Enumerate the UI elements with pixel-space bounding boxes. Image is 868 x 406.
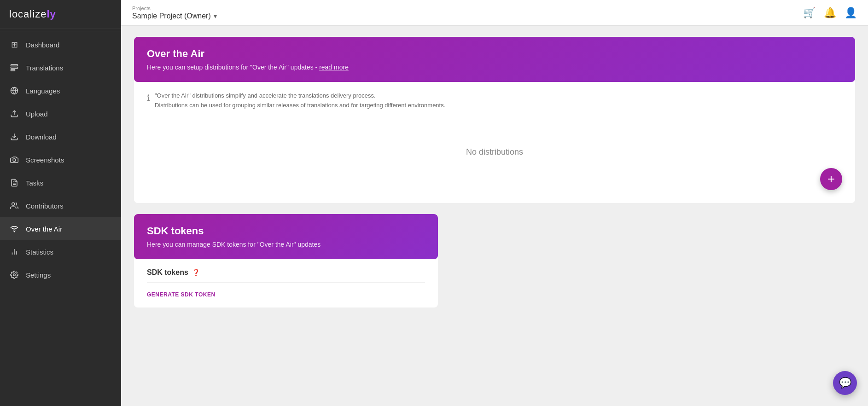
- svg-point-10: [14, 231, 15, 232]
- settings-icon: [9, 270, 19, 280]
- sidebar-item-languages[interactable]: Languages: [0, 79, 121, 102]
- project-selector[interactable]: Sample Project (Owner) ▾: [132, 12, 217, 20]
- svg-rect-2: [11, 70, 15, 71]
- info-box: ℹ "Over the Air" distributions simplify …: [147, 91, 842, 110]
- statistics-icon: [9, 247, 19, 257]
- upload-icon: [9, 109, 19, 119]
- tasks-icon: [9, 178, 19, 188]
- sidebar-logo: localizely: [0, 0, 121, 29]
- contributors-icon: [9, 201, 19, 211]
- sdk-banner: SDK tokens Here you can manage SDK token…: [134, 214, 438, 259]
- download-icon: [9, 132, 19, 142]
- sidebar-item-upload[interactable]: Upload: [0, 102, 121, 125]
- plus-icon: +: [827, 172, 835, 186]
- sidebar-item-contributors[interactable]: Contributors: [0, 194, 121, 217]
- read-more-link[interactable]: read more: [319, 64, 349, 71]
- dashboard-icon: ⊞: [9, 40, 19, 50]
- sidebar-item-label: Dashboard: [26, 41, 59, 49]
- sidebar-item-download[interactable]: Download: [0, 125, 121, 148]
- topbar-right: 🛒 🔔 👤: [803, 7, 857, 19]
- info-icon: ℹ: [147, 92, 150, 105]
- over-the-air-banner: Over the Air Here you can setup distribu…: [134, 37, 855, 82]
- sdk-section: SDK tokens Here you can manage SDK token…: [134, 214, 438, 307]
- sidebar-item-label: Screenshots: [26, 156, 64, 164]
- main-content: Projects Sample Project (Owner) ▾ 🛒 🔔 👤 …: [121, 0, 868, 406]
- sidebar-item-settings[interactable]: Settings: [0, 263, 121, 286]
- add-distribution-button[interactable]: +: [820, 168, 842, 190]
- sdk-banner-title: SDK tokens: [147, 225, 425, 237]
- sidebar-item-label: Tasks: [26, 179, 43, 187]
- chevron-down-icon: ▾: [214, 12, 217, 20]
- project-name: Sample Project (Owner): [132, 12, 211, 20]
- svg-point-6: [13, 159, 16, 162]
- sidebar-item-screenshots[interactable]: Screenshots: [0, 148, 121, 171]
- sidebar-item-label: Upload: [26, 110, 48, 118]
- no-distributions-label: No distributions: [147, 110, 842, 185]
- sidebar-item-label: Settings: [26, 271, 51, 279]
- svg-point-9: [12, 203, 15, 205]
- distributions-inner: ℹ "Over the Air" distributions simplify …: [134, 82, 855, 203]
- languages-icon: [9, 86, 19, 96]
- info-text: "Over the Air" distributions simplify an…: [155, 91, 445, 110]
- sdk-banner-subtitle: Here you can manage SDK tokens for "Over…: [147, 241, 425, 248]
- sidebar-item-translations[interactable]: Translations: [0, 56, 121, 79]
- sidebar-item-label: Languages: [26, 87, 60, 95]
- user-icon[interactable]: 👤: [845, 7, 857, 19]
- sidebar-item-label: Download: [26, 133, 57, 141]
- distributions-section: Over the Air Here you can setup distribu…: [134, 37, 855, 203]
- over-the-air-icon: [9, 224, 19, 234]
- svg-rect-0: [11, 64, 18, 66]
- sdk-tokens-label: SDK tokens: [147, 268, 188, 277]
- chat-bubble-button[interactable]: 💬: [833, 371, 857, 395]
- screenshots-icon: [9, 155, 19, 165]
- sidebar-item-label: Statistics: [26, 248, 53, 256]
- cart-icon[interactable]: 🛒: [803, 7, 816, 19]
- chat-icon: 💬: [839, 377, 851, 389]
- sdk-tokens-header: SDK tokens ❓: [147, 268, 425, 283]
- sdk-tokens-inner: SDK tokens ❓ GENERATE SDK TOKEN: [134, 259, 438, 307]
- svg-point-14: [13, 274, 16, 276]
- svg-rect-1: [11, 67, 18, 69]
- logo-text: localizely: [9, 8, 56, 20]
- sidebar-divider: [0, 31, 121, 31]
- projects-label: Projects: [132, 6, 217, 11]
- topbar-left: Projects Sample Project (Owner) ▾: [132, 6, 217, 20]
- sidebar-item-tasks[interactable]: Tasks: [0, 171, 121, 194]
- topbar: Projects Sample Project (Owner) ▾ 🛒 🔔 👤: [121, 0, 868, 26]
- sidebar-item-over-the-air[interactable]: Over the Air: [0, 217, 121, 240]
- notifications-icon[interactable]: 🔔: [824, 7, 836, 19]
- sidebar-item-label: Translations: [26, 64, 63, 72]
- help-icon[interactable]: ❓: [192, 269, 200, 276]
- sidebar-item-dashboard[interactable]: ⊞ Dashboard: [0, 33, 121, 56]
- translations-icon: [9, 63, 19, 73]
- sidebar-item-label: Contributors: [26, 202, 64, 210]
- sidebar-item-label: Over the Air: [26, 225, 62, 233]
- banner-subtitle: Here you can setup distributions for "Ov…: [147, 64, 842, 71]
- sidebar: localizely ⊞ Dashboard Translations Lang…: [0, 0, 121, 406]
- page-content: Over the Air Here you can setup distribu…: [121, 26, 868, 319]
- sidebar-item-statistics[interactable]: Statistics: [0, 240, 121, 263]
- banner-title: Over the Air: [147, 48, 842, 60]
- generate-sdk-token-link[interactable]: GENERATE SDK TOKEN: [147, 291, 216, 298]
